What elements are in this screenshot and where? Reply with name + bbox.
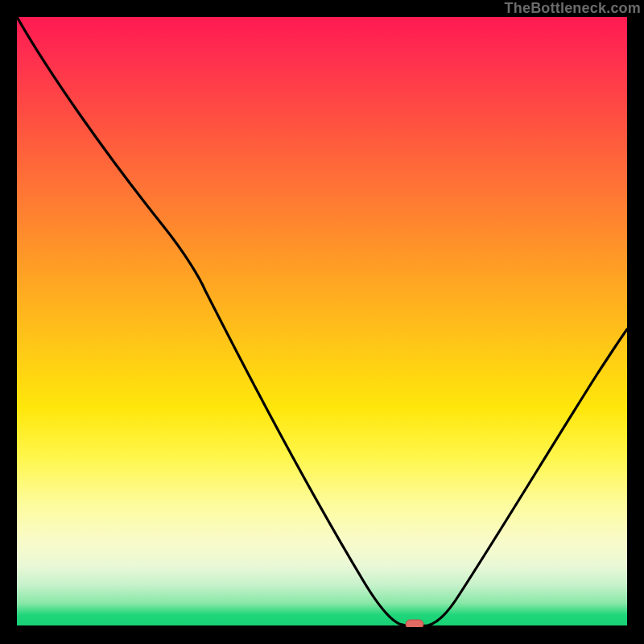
optimum-marker [406,620,423,627]
curve-layer [17,17,627,627]
bottleneck-curve [17,17,627,626]
chart-frame: TheBottleneck.com [0,0,644,644]
watermark-text: TheBottleneck.com [505,0,641,17]
plot-area [17,17,627,627]
